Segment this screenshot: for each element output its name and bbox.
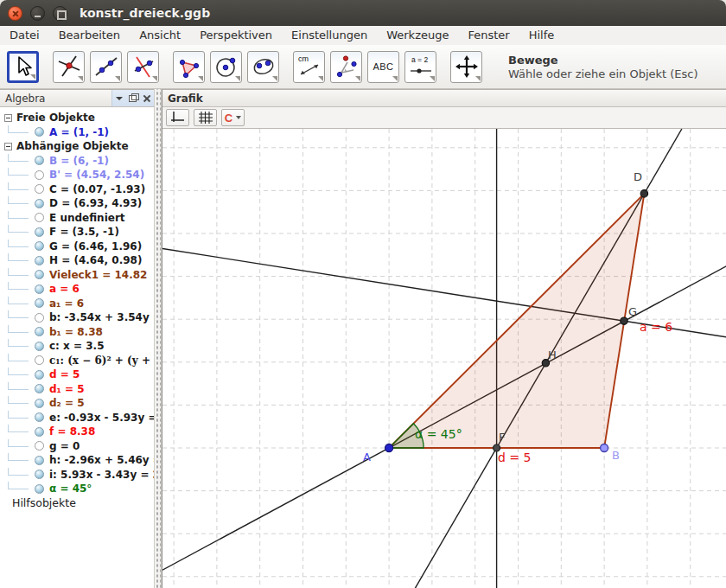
label-F[interactable]: F <box>499 431 505 444</box>
algebra-group-header[interactable]: Freie Objekte <box>0 111 154 125</box>
label-segment-a[interactable]: a = 6 <box>640 320 672 334</box>
visibility-marker[interactable] <box>35 170 44 180</box>
visibility-marker[interactable] <box>35 470 44 479</box>
visibility-marker[interactable] <box>35 327 44 336</box>
visibility-marker[interactable] <box>35 156 44 165</box>
visibility-marker[interactable] <box>35 284 44 294</box>
visibility-marker[interactable] <box>35 199 44 208</box>
visibility-marker[interactable] <box>35 355 44 365</box>
algebra-item[interactable]: C = (0.07, -1.93) <box>0 182 154 197</box>
point-B[interactable] <box>601 444 608 452</box>
visibility-marker[interactable] <box>35 298 44 308</box>
label-angle-alpha[interactable]: α = 45° <box>415 427 462 441</box>
visibility-marker[interactable] <box>35 399 44 408</box>
panel-splitter[interactable] <box>154 89 162 588</box>
menu-einstellungen[interactable]: Einstellungen <box>282 26 377 45</box>
menu-datei[interactable]: Datei <box>0 26 49 45</box>
label-G[interactable]: G <box>628 305 637 318</box>
visibility-marker[interactable] <box>35 270 44 279</box>
panel-menu-icon[interactable] <box>116 97 123 100</box>
algebra-item[interactable]: Vieleck1 = 14.82 <box>0 268 154 283</box>
menu-hilfe[interactable]: Hilfe <box>519 26 564 45</box>
algebra-item[interactable]: i: 5.93x - 3.43y = 24 <box>0 468 154 483</box>
menu-fenster[interactable]: Fenster <box>458 26 519 45</box>
minimize-icon[interactable] <box>30 6 45 21</box>
algebra-item[interactable]: H = (4.64, 0.98) <box>0 253 154 268</box>
grid-toggle-button[interactable] <box>194 109 217 126</box>
visibility-marker[interactable] <box>35 213 44 222</box>
tool-text-button[interactable]: ABC <box>367 51 399 83</box>
detach-panel-icon[interactable] <box>129 95 137 102</box>
visibility-marker[interactable] <box>35 441 44 451</box>
algebra-item[interactable]: B = (6, -1) <box>0 154 154 169</box>
axes-toggle-button[interactable] <box>166 109 189 126</box>
algebra-item[interactable]: c: x = 3.5 <box>0 339 154 354</box>
algebra-item[interactable]: f = 8.38 <box>0 425 154 439</box>
maximize-icon[interactable] <box>53 6 67 21</box>
label-B[interactable]: B <box>612 449 620 462</box>
tool-point-button[interactable] <box>53 51 85 83</box>
tool-circle-button[interactable] <box>210 51 242 83</box>
menu-bearbeiten[interactable]: Bearbeiten <box>49 26 130 45</box>
graphics-view[interactable]: A B D F G H a = 6 d = 5 α = 45° <box>162 129 726 588</box>
visibility-marker[interactable] <box>35 484 44 494</box>
algebra-item[interactable]: d = 5 <box>0 368 154 382</box>
algebra-item[interactable]: a = 6 <box>0 282 154 297</box>
algebra-item[interactable]: B' = (4.54, 2.54) <box>0 168 154 182</box>
point-capturing-button[interactable]: C <box>221 109 245 126</box>
visibility-marker[interactable] <box>35 384 44 393</box>
label-segment-d[interactable]: d = 5 <box>498 451 531 464</box>
label-H[interactable]: H <box>548 348 557 361</box>
algebra-item[interactable]: A = (1, -1) <box>0 125 154 140</box>
visibility-marker[interactable] <box>35 370 44 380</box>
algebra-item[interactable]: a₁ = 6 <box>0 297 154 311</box>
menu-werkzeuge[interactable]: Werkzeuge <box>377 26 458 45</box>
collapse-icon[interactable] <box>4 114 12 122</box>
close-panel-icon[interactable] <box>143 94 150 102</box>
algebra-item[interactable]: h: -2.96x + 5.46y = <box>0 453 154 468</box>
point-D[interactable] <box>640 190 647 197</box>
tool-polygon-button[interactable] <box>173 51 205 83</box>
titlebar[interactable]: konstr_dreieck.ggb <box>0 0 726 26</box>
close-icon[interactable] <box>8 6 22 21</box>
collapse-icon[interactable] <box>4 143 12 150</box>
algebra-item[interactable]: g = 0 <box>0 439 154 454</box>
algebra-item[interactable]: d₁ = 5 <box>0 382 154 397</box>
label-D[interactable]: D <box>634 170 642 183</box>
point-G[interactable] <box>621 317 627 324</box>
triangle-vieleck1[interactable] <box>389 194 644 448</box>
point-A[interactable] <box>385 444 393 452</box>
algebra-item[interactable]: E undefiniert <box>0 211 154 226</box>
algebra-item[interactable]: α = 45° <box>0 482 154 496</box>
visibility-marker[interactable] <box>35 456 44 465</box>
visibility-marker[interactable] <box>35 241 44 251</box>
menu-perspektiven[interactable]: Perspektiven <box>190 26 282 45</box>
algebra-item[interactable]: e: -0.93x - 5.93y = - <box>0 411 154 425</box>
tool-line-button[interactable] <box>90 51 122 83</box>
algebra-item[interactable]: F = (3.5, -1) <box>0 225 154 240</box>
algebra-item[interactable]: G = (6.46, 1.96) <box>0 240 154 254</box>
tool-move-view-button[interactable] <box>450 51 482 83</box>
menu-ansicht[interactable]: Ansicht <box>130 26 190 45</box>
algebra-item[interactable]: D = (6.93, 4.93) <box>0 196 154 211</box>
label-A[interactable]: A <box>363 451 371 463</box>
algebra-item[interactable]: b: -3.54x + 3.54y = <box>0 310 154 325</box>
visibility-marker[interactable] <box>35 127 44 137</box>
visibility-marker[interactable] <box>35 184 44 194</box>
visibility-marker[interactable] <box>35 227 44 237</box>
algebra-item[interactable]: c₁: (x − 6)² + (y + 1 <box>0 354 154 368</box>
visibility-marker[interactable] <box>35 342 44 351</box>
visibility-marker[interactable] <box>35 313 44 323</box>
hilfsobjekte-label[interactable]: Hilfsobjekte <box>0 496 154 511</box>
tool-perpendicular-button[interactable] <box>127 51 159 83</box>
tool-move-button[interactable] <box>7 51 39 83</box>
visibility-marker[interactable] <box>35 427 44 437</box>
tool-ellipse-button[interactable] <box>247 51 279 83</box>
algebra-item[interactable]: d₂ = 5 <box>0 396 154 411</box>
algebra-group-header[interactable]: Abhängige Objekte <box>0 139 154 154</box>
algebra-item[interactable]: b₁ = 8.38 <box>0 325 154 340</box>
tool-slider-button[interactable]: a = 2 <box>404 51 436 83</box>
tool-distance-button[interactable]: cm <box>293 51 325 83</box>
visibility-marker[interactable] <box>35 412 44 422</box>
tool-angle-button[interactable] <box>330 51 362 83</box>
